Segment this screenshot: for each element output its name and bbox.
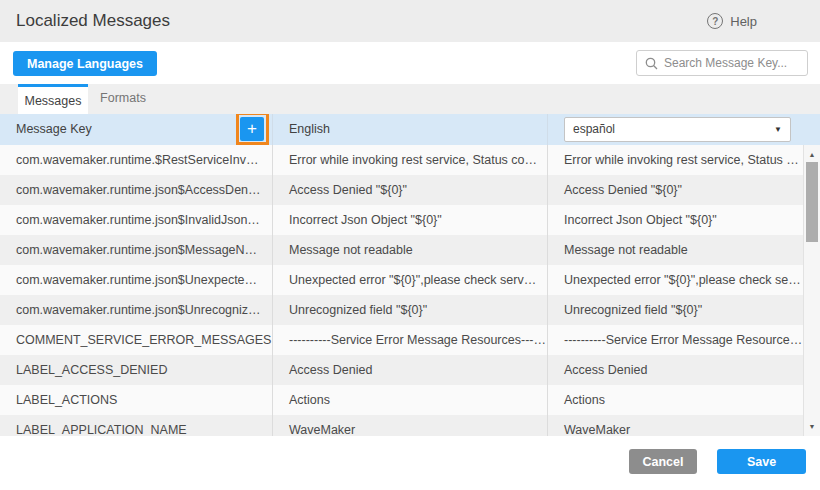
- tab-strip: Messages Formats: [0, 84, 820, 114]
- cell-english[interactable]: Message not readable: [273, 235, 548, 265]
- cell-message-key[interactable]: LABEL_ACTIONS: [0, 385, 273, 415]
- scrollbar-thumb[interactable]: [806, 162, 818, 242]
- scroll-down-icon[interactable]: ▼: [804, 423, 820, 430]
- cell-espanol[interactable]: ----------Service Error Message Resource…: [548, 325, 803, 355]
- search-icon: [645, 57, 658, 70]
- cell-message-key[interactable]: com.wavemaker.runtime.json$Unexpecte…: [0, 265, 273, 295]
- language-select-value: español: [573, 118, 615, 141]
- table-row[interactable]: COMMENT_SERVICE_ERROR_MESSAGES ---------…: [0, 325, 820, 355]
- table-row[interactable]: com.wavemaker.runtime.json$MessageN… Mes…: [0, 235, 820, 265]
- manage-languages-button[interactable]: Manage Languages: [13, 51, 157, 76]
- cell-english[interactable]: Unrecognized field "${0}": [273, 295, 548, 325]
- table-row[interactable]: com.wavemaker.runtime.json$InvalidJson… …: [0, 205, 820, 235]
- cell-espanol[interactable]: WaveMaker: [548, 415, 803, 436]
- cell-message-key[interactable]: com.wavemaker.runtime.$RestServiceInv…: [0, 145, 273, 175]
- cell-english[interactable]: Error while invoking rest service, Statu…: [273, 145, 548, 175]
- messages-table: Message Key + English español ▼ com.wave…: [0, 114, 820, 436]
- localized-messages-dialog: Localized Messages ? Help Manage Languag…: [0, 0, 820, 490]
- cell-message-key[interactable]: com.wavemaker.runtime.json$MessageN…: [0, 235, 273, 265]
- cell-espanol[interactable]: Actions: [548, 385, 803, 415]
- cell-espanol[interactable]: Access Denied "${0}": [548, 175, 803, 205]
- help-link[interactable]: ? Help: [707, 0, 757, 42]
- column-header-language: español ▼: [548, 114, 803, 145]
- search-box[interactable]: [636, 50, 808, 76]
- message-key-header-label: Message Key: [16, 122, 92, 136]
- cell-espanol[interactable]: Message not readable: [548, 235, 803, 265]
- cell-message-key[interactable]: com.wavemaker.runtime.json$Unrecogniz…: [0, 295, 273, 325]
- cell-message-key[interactable]: com.wavemaker.runtime.json$InvalidJson…: [0, 205, 273, 235]
- cell-english[interactable]: ----------Service Error Message Resource…: [273, 325, 548, 355]
- column-header-english: English: [273, 114, 548, 145]
- header-scrollbar-spacer: [803, 114, 820, 145]
- page-title: Localized Messages: [16, 0, 170, 42]
- title-bar: Localized Messages ? Help: [0, 0, 820, 42]
- cell-espanol[interactable]: Access Denied: [548, 355, 803, 385]
- cancel-button[interactable]: Cancel: [629, 449, 697, 474]
- scroll-up-icon[interactable]: ▲: [804, 151, 820, 158]
- table-body: com.wavemaker.runtime.$RestServiceInv… E…: [0, 145, 820, 436]
- table-row[interactable]: com.wavemaker.runtime.json$Unexpecte… Un…: [0, 265, 820, 295]
- cell-english[interactable]: Incorrect Json Object "${0}": [273, 205, 548, 235]
- table-row[interactable]: com.wavemaker.runtime.json$Unrecogniz… U…: [0, 295, 820, 325]
- table-row[interactable]: LABEL_ACTIONS Actions Actions: [0, 385, 820, 415]
- cell-message-key[interactable]: com.wavemaker.runtime.json$AccessDen…: [0, 175, 273, 205]
- tab-formats[interactable]: Formats: [88, 84, 158, 114]
- save-button[interactable]: Save: [717, 449, 806, 474]
- cell-english[interactable]: Access Denied: [273, 355, 548, 385]
- cell-espanol[interactable]: Error while invoking rest service, Statu…: [548, 145, 803, 175]
- vertical-scrollbar[interactable]: ▲ ▼: [803, 145, 820, 436]
- cell-english[interactable]: Unexpected error "${0}",please check ser…: [273, 265, 548, 295]
- cell-message-key[interactable]: LABEL_ACCESS_DENIED: [0, 355, 273, 385]
- cell-message-key[interactable]: COMMENT_SERVICE_ERROR_MESSAGES: [0, 325, 273, 355]
- search-input[interactable]: [664, 56, 799, 70]
- chevron-down-icon: ▼: [774, 118, 782, 141]
- add-message-key-button[interactable]: +: [240, 117, 264, 141]
- cell-message-key[interactable]: LABEL_APPLICATION_NAME: [0, 415, 273, 436]
- tab-messages[interactable]: Messages: [18, 84, 88, 114]
- table-row[interactable]: com.wavemaker.runtime.$RestServiceInv… E…: [0, 145, 820, 175]
- table-header-row: Message Key + English español ▼: [0, 114, 820, 145]
- cell-espanol[interactable]: Unexpected error "${0}",please check se…: [548, 265, 803, 295]
- cell-espanol[interactable]: Unrecognized field "${0}": [548, 295, 803, 325]
- language-select[interactable]: español ▼: [564, 117, 791, 142]
- help-label: Help: [730, 14, 757, 29]
- column-header-message-key: Message Key +: [0, 114, 273, 145]
- english-header-label: English: [289, 122, 330, 136]
- cell-english[interactable]: Access Denied "${0}": [273, 175, 548, 205]
- table-row[interactable]: LABEL_ACCESS_DENIED Access Denied Access…: [0, 355, 820, 385]
- table-row[interactable]: LABEL_APPLICATION_NAME WaveMaker WaveMak…: [0, 415, 820, 436]
- cell-english[interactable]: Actions: [273, 385, 548, 415]
- cell-espanol[interactable]: Incorrect Json Object "${0}": [548, 205, 803, 235]
- table-row[interactable]: com.wavemaker.runtime.json$AccessDen… Ac…: [0, 175, 820, 205]
- help-icon: ?: [707, 13, 723, 29]
- cell-english[interactable]: WaveMaker: [273, 415, 548, 436]
